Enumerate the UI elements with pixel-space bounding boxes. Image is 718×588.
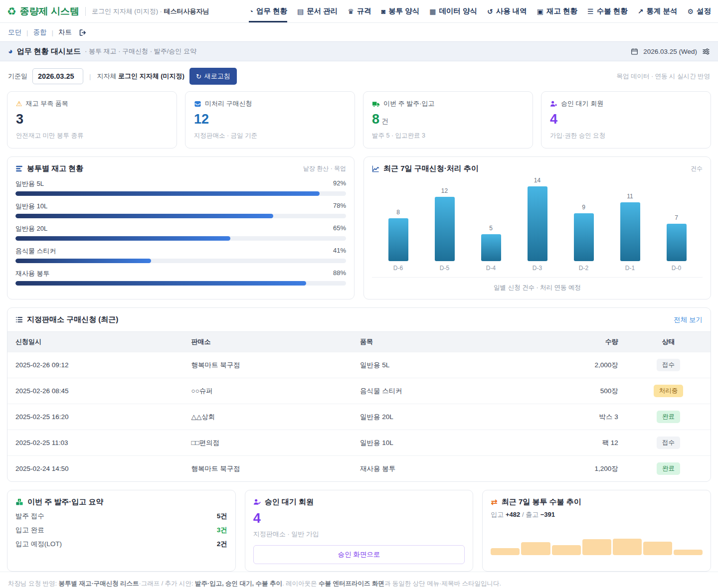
nav-item-doc-management[interactable]: ▤문서 관리 xyxy=(297,0,338,22)
nav-item-settings[interactable]: ⚙설정 xyxy=(687,0,711,22)
stock-bar-percent: 65% xyxy=(333,224,346,233)
cell-datetime: 2025-02-24 14:50 xyxy=(7,456,183,482)
stock-panel: 봉투별 재고 현황 낱장 환산 · 목업 일반용 5L92%일반용 10L78%… xyxy=(7,156,355,299)
stock-bar-percent: 41% xyxy=(333,247,346,256)
ledger-trend-title: 최근 7일 봉투 수불 추이 xyxy=(502,497,581,507)
nav-item-work-status[interactable]: ◔업무 현황 xyxy=(249,0,287,22)
pie-chart-icon: ◕ xyxy=(8,47,13,55)
nav-item-bag-form[interactable]: ◙봉투 양식 xyxy=(381,0,420,22)
footer-note-segment: ·그래프 / 추가 시안: xyxy=(139,580,195,587)
trend-bar-value: 8 xyxy=(396,209,400,216)
trend-bar-value: 9 xyxy=(582,204,585,211)
column-header-5: 상태 xyxy=(626,332,711,352)
stock-bar-fill xyxy=(15,191,320,196)
trend-x-label: D-4 xyxy=(468,265,514,272)
trend-bar xyxy=(620,202,640,261)
kpi-card-low-stock: ⚠재고 부족 품목3안전재고 미만 봉투 종류 xyxy=(7,91,177,148)
stock-bar-labels: 일반용 10L78% xyxy=(15,202,346,211)
status-badge: 접수 xyxy=(657,437,680,449)
order-summary-row: 입고 예정(LOT)2건 xyxy=(15,540,227,549)
nav-item-spec[interactable]: ♛규격 xyxy=(348,0,371,22)
bag-icon: ◙ xyxy=(381,7,385,15)
status-badge: 접수 xyxy=(657,359,680,371)
titlebar-date[interactable]: 2026.03.25 (Wed) xyxy=(643,48,697,55)
order-summary-head: 이번 주 발주·입고 요약 xyxy=(15,497,227,507)
sparkline-bar xyxy=(521,542,550,555)
base-date-input[interactable] xyxy=(32,68,83,84)
trend-bar xyxy=(435,197,455,261)
view-link-모던[interactable]: 모던 xyxy=(8,28,21,37)
cell-qty: 2,000장 xyxy=(542,352,626,378)
cell-qty: 1,200장 xyxy=(542,456,626,482)
go-approval-button[interactable]: 승인 화면으로 xyxy=(253,545,465,564)
app-logo: ♻ 종량제 시스템 xyxy=(7,5,79,18)
org-context: 지자체 로그인 지자체 (미지정) xyxy=(97,72,184,81)
order-summary-rows: 발주 접수5건입고 완료3건입고 예정(LOT)2건 xyxy=(15,512,227,549)
logout-icon[interactable] xyxy=(79,29,87,36)
login-org-text: 로그인 지자체 (미지정) · xyxy=(92,7,162,15)
requests-table-header: 신청일시판매소품목수량상태 xyxy=(7,332,711,352)
refresh-button[interactable]: ↻ 새로고침 xyxy=(189,68,237,85)
line-chart-icon xyxy=(372,165,379,172)
footer-note-segment: 발주·입고, 승인 대기, 수불 추이 xyxy=(195,580,282,587)
nav-item-usage-history[interactable]: ↺사용 내역 xyxy=(487,0,527,22)
truck-icon xyxy=(372,100,380,108)
kpi-card-head: 미처리 구매신청 xyxy=(194,99,346,108)
trend-bar-column: 14 xyxy=(514,177,560,261)
nav-item-inventory[interactable]: ▣재고 현황 xyxy=(537,0,577,22)
stock-bar-labels: 음식물 스티커41% xyxy=(15,247,346,256)
org-value: 로그인 지자체 (미지정) xyxy=(118,72,184,80)
view-link-차트[interactable]: 차트 xyxy=(58,28,72,37)
spec-icon: ♛ xyxy=(348,7,354,15)
trend-bar xyxy=(528,186,547,261)
order-summary-panel: 이번 주 발주·입고 요약 발주 접수5건입고 완료3건입고 예정(LOT)2건 xyxy=(7,490,236,572)
kpi-value: 8건 xyxy=(372,112,524,127)
cell-qty: 500장 xyxy=(542,378,626,404)
trend-x-label: D-5 xyxy=(421,265,468,272)
sparkline-bar xyxy=(491,548,520,555)
stock-bar-fill xyxy=(15,214,273,218)
kpi-value: 4 xyxy=(550,112,702,127)
inbound-value: +482 xyxy=(506,511,520,518)
view-separator: | xyxy=(26,29,28,36)
kpi-number: 8 xyxy=(372,112,379,127)
status-badge: 완료 xyxy=(657,411,680,423)
nav-item-label: 규격 xyxy=(357,6,371,16)
filter-separator: | xyxy=(89,73,91,80)
nav-item-label: 재고 현황 xyxy=(546,6,577,16)
stock-bar-row: 일반용 20L65% xyxy=(15,224,346,241)
approval-panel: 승인 대기 회원 4 지정판매소 · 일반 가입 승인 화면으로 xyxy=(245,490,474,572)
stock-bar-labels: 재사용 봉투88% xyxy=(15,269,346,278)
sparkline-bar xyxy=(674,550,703,555)
trend-x-label: D-6 xyxy=(375,265,421,272)
cell-store: □□편의점 xyxy=(183,430,352,456)
trend-bar-value: 5 xyxy=(489,225,493,232)
refresh-label: 새로고침 xyxy=(204,72,230,81)
boxes-icon xyxy=(15,498,23,506)
refresh-icon: ↻ xyxy=(196,73,201,80)
inventory-icon: ▣ xyxy=(537,7,543,15)
sliders-icon[interactable] xyxy=(702,48,710,55)
org-label: 지자체 xyxy=(97,72,116,80)
inbound-label: 입고 xyxy=(491,511,504,518)
kpi-title: 이번 주 발주·입고 xyxy=(383,99,435,108)
cell-datetime: 2025-02-25 11:03 xyxy=(7,430,183,456)
approval-subtitle: 지정판매소 · 일반 가입 xyxy=(253,530,465,539)
footer-note-segment: 봉투별 재고·구매신청 리스트 xyxy=(58,580,139,587)
nav-item-ledger[interactable]: ☰수불 현황 xyxy=(587,0,628,22)
nav-item-stats[interactable]: ↗통계 분석 xyxy=(638,0,678,22)
outbound-label: 출고 xyxy=(526,511,538,518)
app-title: 종량제 시스템 xyxy=(20,5,79,18)
stock-bar-track xyxy=(15,191,346,196)
requests-panel-head: 지정판매소 구매신청 (최근) 전체 보기 xyxy=(7,308,711,331)
trend-chart: 8125149117 xyxy=(372,175,703,261)
cell-status: 접수 xyxy=(626,352,711,378)
document-icon: ▤ xyxy=(297,7,304,15)
nav-item-data-form[interactable]: ▦데이터 양식 xyxy=(429,0,477,22)
trend-bar-column: 8 xyxy=(375,209,421,261)
view-link-종합[interactable]: 종합 xyxy=(33,28,47,37)
ledger-trend-head: ⇄ 최근 7일 봉투 수불 추이 xyxy=(491,497,703,507)
stock-panel-title: 봉투별 재고 현황 xyxy=(27,164,83,173)
ledger-trend-summary: 입고 +482 / 출고 −391 xyxy=(491,510,703,519)
view-all-link[interactable]: 전체 보기 xyxy=(674,315,703,324)
